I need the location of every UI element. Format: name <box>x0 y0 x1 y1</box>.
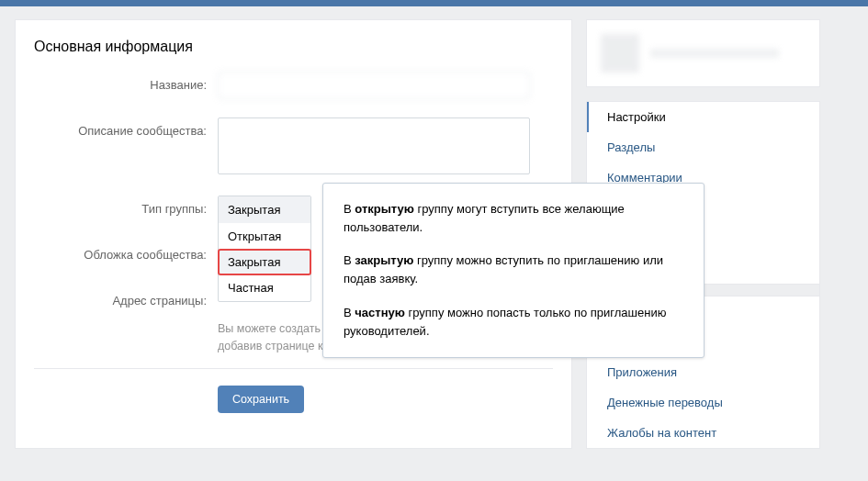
group-name <box>650 49 779 58</box>
label-address: Адрес страницы: <box>34 287 218 315</box>
sidebar-header <box>586 19 820 87</box>
dropdown-selected-value[interactable]: Закрытая <box>219 196 310 223</box>
sidebar-item-money[interactable]: Денежные переводы <box>587 387 819 418</box>
label-cover: Обложка сообщества: <box>34 241 218 269</box>
save-button[interactable]: Сохранить <box>218 386 304 413</box>
sidebar-item-apps[interactable]: Приложения <box>587 357 819 387</box>
sidebar-item-reports[interactable]: Жалобы на контент <box>587 418 819 448</box>
dropdown-option-private[interactable]: Частная <box>219 274 310 301</box>
sidebar-item-sections[interactable]: Разделы <box>587 132 819 162</box>
label-description: Описание сообщества: <box>34 117 218 145</box>
group-type-tooltip: В открытую группу могут вступить все жел… <box>322 183 705 358</box>
dropdown-option-open[interactable]: Открытая <box>219 223 310 250</box>
top-bar <box>0 0 868 6</box>
description-input[interactable] <box>218 117 530 174</box>
group-type-dropdown[interactable]: Закрытая Открытая Закрытая Частная <box>218 196 311 302</box>
sidebar-item-settings[interactable]: Настройки <box>587 102 819 132</box>
name-input[interactable] <box>218 72 530 99</box>
label-name: Название: <box>34 72 218 99</box>
dropdown-option-closed[interactable]: Закрытая <box>218 249 311 275</box>
avatar <box>601 34 639 73</box>
label-group-type: Тип группы: <box>34 196 218 223</box>
main-panel: Основная информация Название: Описание с… <box>15 19 572 449</box>
divider <box>34 368 553 369</box>
page-title: Основная информация <box>34 31 553 72</box>
